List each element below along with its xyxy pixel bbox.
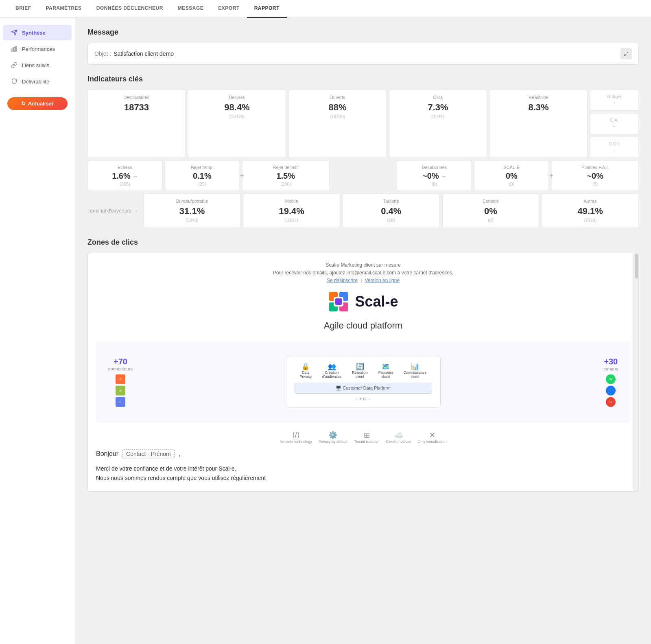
terminal-tablette: Tablette 0.4% (68) xyxy=(343,193,440,228)
bar-chart-icon xyxy=(11,45,18,53)
email-header: Scal-e Marketing client sur mesure Pour … xyxy=(96,261,630,285)
scrollbar-thumb xyxy=(635,254,638,278)
kpi-destinataires-value: 18733 xyxy=(94,102,179,113)
zones-section: Zones de clics Scal-e Marketing client s… xyxy=(87,238,639,492)
side-card-budget: Budget - xyxy=(590,90,639,111)
terminal-mobile-value: 19.4% xyxy=(249,206,334,217)
canaux-text: canaux xyxy=(604,366,618,371)
kpi-ouverts-label: Ouverts xyxy=(295,95,380,100)
objet-label: Objet : xyxy=(94,50,111,57)
greeting-text: Bonjour xyxy=(96,450,118,457)
sidebar-item-delivrabilite[interactable]: Délivrabilité xyxy=(3,74,72,89)
connecteurs-text: connecteurs xyxy=(108,366,133,371)
tech-badges: ⟨/⟩No code technology ⚙️Privacy by defau… xyxy=(96,431,630,444)
svg-rect-11 xyxy=(335,298,342,305)
kpi-clics-label: Clics xyxy=(395,95,481,100)
link-icon xyxy=(11,61,18,69)
nav-export[interactable]: EXPORT xyxy=(211,0,247,18)
shield-icon xyxy=(11,78,18,85)
kpi-ouverts: Ouverts 88% (16208) xyxy=(288,90,387,158)
email-header-line1: Scal-e Marketing client sur mesure xyxy=(96,261,630,269)
body-line1: Merci de votre confiance et de votre int… xyxy=(96,464,630,474)
actualiser-button[interactable]: ↻ Actualiser xyxy=(7,97,68,110)
nav-brief[interactable]: BRIEF xyxy=(8,0,39,18)
terminal-cards: Bureau/portable 31.1% (5043) Mobile 19.4… xyxy=(144,193,639,228)
sidebar-label-synthese: Synthèse xyxy=(22,30,46,36)
kpi-ouverts-value: 88% xyxy=(295,102,380,113)
terminal-tablette-value: 0.4% xyxy=(349,206,434,217)
sidebar-label-delivrabilite: Délivrabilité xyxy=(22,79,49,85)
terminal-label: Terminal d'ouverture → xyxy=(87,208,141,214)
echecs-sub: (305) xyxy=(120,182,130,186)
nav-rapport[interactable]: RAPPORT xyxy=(247,0,287,18)
objet-value: Satisfaction client demo xyxy=(114,50,174,57)
contact-tag: Contact - Prénom xyxy=(122,449,175,458)
plus30-text: +30 xyxy=(604,357,618,366)
kpi-reactivite-label: Réactivité xyxy=(496,95,581,100)
budget-value: - xyxy=(596,99,633,106)
terminal-tablette-label: Tablette xyxy=(349,199,434,204)
terminal-bureau-sub: (5043) xyxy=(150,218,235,223)
kpi-destinataires-label: Destinataires xyxy=(94,95,179,100)
nav-message[interactable]: MESSAGE xyxy=(170,0,211,18)
terminal-autres-label: Autres xyxy=(548,199,633,204)
sidebar-item-performances[interactable]: Performances xyxy=(3,41,72,57)
kpi-reactivite-value: 8.3% xyxy=(496,102,581,113)
terminal-mobile-label: Mobile xyxy=(249,199,334,204)
indicators-section: Indicateurs clés Destinataires 18733 Dél… xyxy=(87,75,639,228)
kpi-clics: Clics 7.3% (1341) xyxy=(389,90,487,158)
kpi-clics-value: 7.3% xyxy=(395,102,481,113)
rejet-temp-sub: (25) xyxy=(198,182,206,186)
desabonnes-value: ~0% xyxy=(422,171,439,181)
echecs-arrow: → xyxy=(132,173,138,180)
comma: , xyxy=(179,450,180,457)
unsubscribe-link[interactable]: Se désinscrire xyxy=(327,278,358,283)
body-line2: Nous nous sommes rendus compte que vous … xyxy=(96,473,630,483)
kpi-delivres: Délivrés 98.4% (18428) xyxy=(188,90,286,158)
rejet-def-sub: (280) xyxy=(280,182,291,186)
terminal-row: Terminal d'ouverture → Bureau/portable 3… xyxy=(87,193,639,228)
budget-label: Budget xyxy=(596,94,633,99)
desabonnes-sub: (8) xyxy=(432,182,437,186)
top-navigation: BRIEF PARAMÈTRES DONNÉES DÉCLENCHEUR MES… xyxy=(0,0,651,18)
nav-parametres[interactable]: PARAMÈTRES xyxy=(39,0,89,18)
rejet-def-label: Rejet définitif xyxy=(273,165,299,170)
side-card-roi: R.O.I. - xyxy=(590,137,639,158)
kpi-delivres-sub: (18428) xyxy=(194,114,280,119)
email-tagline: Agile cloud platform xyxy=(96,320,630,331)
sidebar: Synthèse Performances Liens suivis Déliv… xyxy=(0,18,75,644)
svg-rect-2 xyxy=(14,47,15,51)
scal-e-logo-text: Scal-e xyxy=(355,293,398,310)
svg-rect-3 xyxy=(15,46,17,51)
expand-button[interactable] xyxy=(620,48,632,59)
rejet-def-value: 1.5% xyxy=(276,171,295,181)
terminal-mobile-sub: (3137) xyxy=(249,218,334,223)
email-preview: Scal-e Marketing client sur mesure Pour … xyxy=(87,253,639,492)
kpi-echecs: Echecs 1.6% → (305) xyxy=(87,160,162,191)
actualiser-label: Actualiser xyxy=(28,101,54,107)
plus70-text: +70 xyxy=(108,357,133,366)
terminal-autres-sub: (7960) xyxy=(548,218,633,223)
kpi-plaintes: Plaintes F.A.I. ~0% (8) xyxy=(551,160,639,191)
online-version-link[interactable]: Version en ligne xyxy=(365,278,400,283)
svg-line-4 xyxy=(627,52,628,54)
kpi-desabonnes: Désabonnés ~0% → (8) xyxy=(397,160,472,191)
terminal-autres-value: 49.1% xyxy=(548,206,633,217)
email-logo-area: Scal-e xyxy=(96,291,630,312)
scrollbar[interactable] xyxy=(634,253,638,491)
kpi-ouverts-sub: (16208) xyxy=(295,114,380,119)
echecs-label: Echecs xyxy=(118,165,132,170)
main-content: Message Objet : Satisfaction client demo… xyxy=(75,18,651,644)
kpi-delivres-label: Délivrés xyxy=(194,95,280,100)
svg-rect-1 xyxy=(12,49,13,51)
message-box: Objet : Satisfaction client demo xyxy=(87,43,639,65)
plaintes-label: Plaintes F.A.I. xyxy=(581,165,609,170)
svg-line-5 xyxy=(625,54,626,56)
email-greeting-block: Bonjour Contact - Prénom , xyxy=(96,450,630,458)
zones-title: Zones de clics xyxy=(87,238,639,247)
email-diagram: +70 connecteurs Z S E xyxy=(96,341,630,423)
nav-donnees-declencheur[interactable]: DONNÉES DÉCLENCHEUR xyxy=(89,0,170,18)
kpi-destinataires: Destinataires 18733 xyxy=(87,90,186,158)
sidebar-item-synthese[interactable]: Synthèse xyxy=(3,25,72,40)
sidebar-item-liens-suivis[interactable]: Liens suivis xyxy=(3,57,72,73)
